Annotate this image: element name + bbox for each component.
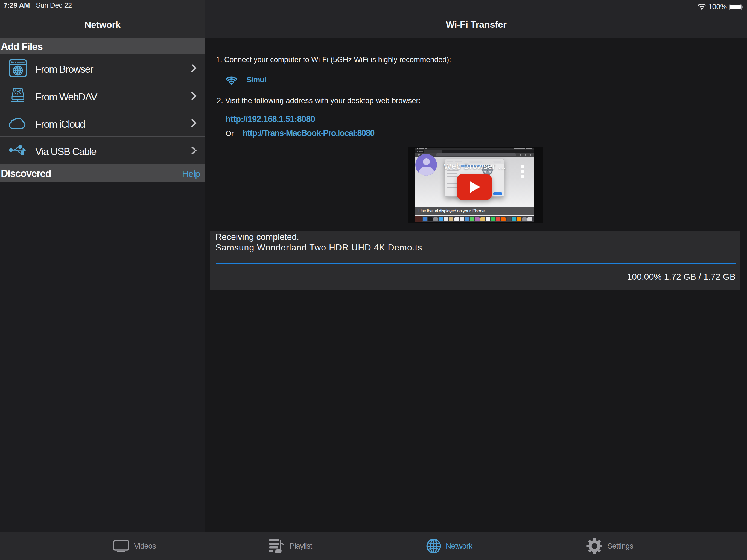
avatar [415, 154, 437, 176]
film-hole [484, 171, 486, 173]
page-title: Wi-Fi Transfer [205, 19, 747, 30]
dock-icon [465, 217, 469, 222]
dock-icon [475, 217, 480, 222]
finder-sidebar-item [447, 183, 458, 184]
chevron-right-icon [191, 92, 197, 100]
sidebar-item-label: From iCloud [35, 109, 85, 137]
menubar-item [424, 149, 428, 149]
tab-label: Settings [607, 542, 633, 551]
sidebar-item-label: From Browser [35, 54, 93, 82]
instruction-step-2: 2. Visit the following address with your… [217, 97, 421, 104]
sidebar-item-from-webdav[interactable]: From WebDAV [0, 82, 205, 109]
wifi-ssid[interactable]: Simul [247, 76, 266, 84]
play-triangle-icon [470, 181, 480, 193]
transfer-url-alternate[interactable]: http://Trans-MacBook-Pro.local:8080 [243, 128, 374, 138]
playlist-icon [269, 539, 285, 554]
dock-icon [455, 217, 459, 222]
chevron-right-icon [191, 119, 197, 127]
avatar-head [423, 158, 430, 165]
tab-label: Videos [134, 542, 156, 551]
dot [521, 170, 524, 173]
tab-playlist[interactable]: Playlist [269, 532, 312, 560]
video-frame: Web Browser ... Use the url displayed on… [415, 148, 534, 222]
video-title: Web Browser ... [444, 162, 506, 171]
transfer-url-primary[interactable]: http://192.168.1.51:8080 [226, 115, 315, 123]
help-link[interactable]: Help [182, 169, 200, 179]
chevron-right-icon [191, 146, 197, 155]
section-header-discovered: Discovered Help [0, 164, 205, 182]
traffic-light [419, 151, 420, 152]
dock-icon [439, 217, 443, 222]
dock-icon [481, 217, 485, 222]
film-hole [489, 171, 491, 173]
finder-sidebar-item [447, 190, 458, 192]
sidebar-item-from-browser[interactable]: From Browser [0, 54, 205, 82]
tab-videos[interactable]: Videos [113, 532, 156, 560]
tab-label: Playlist [289, 542, 312, 551]
wifi-icon [225, 74, 238, 85]
settings-icon [586, 538, 602, 554]
avatar-body [419, 167, 434, 176]
progress-text: 100.00% 1.72 GB / 1.72 GB [627, 272, 736, 281]
desktop-corner [415, 216, 422, 222]
transfer-status-panel: Receiving completed. Samsung Wonderland … [210, 230, 740, 289]
sidebar-item-from-icloud[interactable]: From iCloud [0, 109, 205, 136]
battery-icon [729, 4, 743, 10]
traffic-lights [417, 151, 423, 152]
more-options-icon [521, 165, 524, 178]
dock-icon [444, 217, 448, 222]
status-bar: 7:29 AMSun Dec 22 100% [0, 0, 747, 15]
dock-icon [522, 217, 526, 222]
videos-icon [113, 540, 129, 552]
play-button[interactable] [457, 174, 492, 200]
webdav-icon [8, 82, 27, 109]
sidebar-item-label: From WebDAV [35, 82, 97, 109]
dock-icon [449, 217, 453, 222]
sidebar: Network Add Files [0, 0, 205, 532]
traffic-light [417, 151, 418, 152]
sidebar-divider [205, 0, 205, 532]
back-icon [418, 154, 420, 156]
dot [521, 165, 524, 168]
tab-settings[interactable]: Settings [586, 532, 633, 560]
dock-icon [517, 217, 521, 222]
traffic-light [421, 151, 423, 152]
tab-network[interactable]: Network [426, 532, 472, 560]
menubar-clock [526, 149, 532, 149]
network-icon [426, 539, 441, 554]
apple-menu-icon [417, 149, 418, 149]
video-caption-band: Use the url displayed on your iPhone [415, 207, 534, 215]
progress-bar [216, 263, 736, 264]
dock-icon [507, 217, 511, 222]
status-date: Sun Dec 22 [36, 1, 72, 9]
sidebar-title: Network [0, 19, 205, 30]
instruction-step-1: 1. Connect your computer to Wi-Fi (5GHz … [216, 56, 451, 63]
finder-sidebar-item [447, 180, 457, 180]
add-files-menu: From Browser [0, 54, 205, 164]
browser-icon [8, 54, 27, 82]
icloud-icon [8, 109, 27, 137]
toolbar-icon [525, 154, 526, 156]
wifi-network-row: Simul [225, 74, 238, 85]
dock-icon [433, 217, 438, 222]
toolbar-icon [520, 154, 521, 156]
dock-icon [496, 217, 500, 222]
toolbar-icon [530, 154, 531, 156]
section-header-add-files: Add Files [0, 38, 205, 54]
menubar-item [419, 149, 423, 149]
tab-label: Network [446, 542, 472, 551]
tutorial-video[interactable]: Web Browser ... Use the url displayed on… [409, 147, 543, 223]
app-screen: Network Add Files [0, 0, 747, 560]
dock-icon [423, 217, 428, 222]
dock-icon [527, 217, 532, 222]
sidebar-item-label: Via USB Cable [35, 137, 96, 164]
browser-tab [424, 150, 442, 153]
usb-icon [8, 137, 27, 164]
section-label: Discovered [1, 168, 51, 179]
sidebar-item-via-usb[interactable]: Via USB Cable [0, 136, 205, 164]
transfer-filename: Samsung Wonderland Two HDR UHD 4K Demo.t… [215, 243, 422, 252]
finder-sidebar-item [447, 173, 458, 174]
alternate-url-row: Or http://Trans-MacBook-Pro.local:8080 [226, 129, 374, 138]
dock-icon [491, 217, 495, 222]
or-label: Or [226, 129, 234, 137]
